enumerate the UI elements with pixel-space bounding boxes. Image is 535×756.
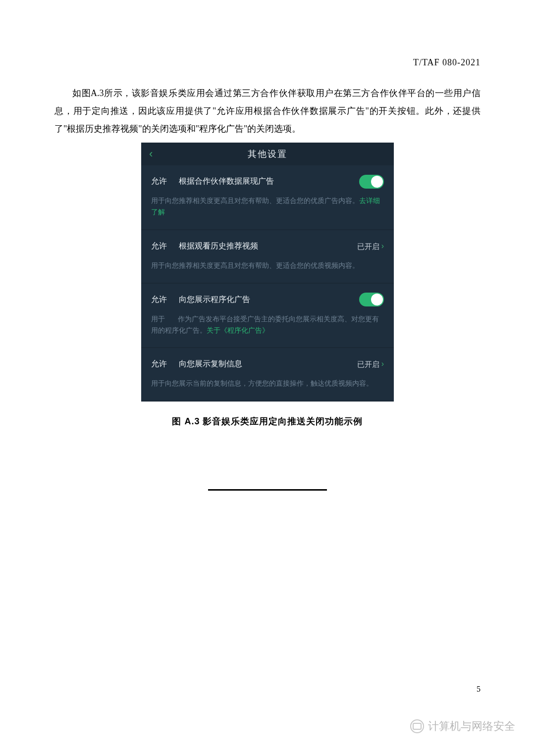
allow-label: 允许 [151, 239, 167, 253]
setting-row: 允许 根据合作伙伴数据展现广告 [151, 174, 384, 189]
setting-row[interactable]: 允许 向您展示复制信息 已开启 › [151, 357, 384, 371]
section-divider [208, 489, 327, 491]
screenshot-figure: ‹ 其他设置 允许 根据合作伙伴数据展现广告 用于向您推荐相关度更高且对您有帮助… [54, 143, 481, 402]
setting-item: 允许 根据观看历史推荐视频 已开启 › 用于向您推荐相关度更高且对您有帮助、更适… [141, 230, 394, 283]
setting-title: 向您展示复制信息 [179, 357, 242, 371]
toggle-knob [371, 176, 383, 188]
status-text: 已开启 › [357, 357, 384, 371]
status-text: 已开启 › [357, 239, 384, 253]
back-icon[interactable]: ‹ [149, 149, 154, 159]
desc-text: 用于向您展示当前的复制信息，方便您的直接操作，触达优质视频内容。 [151, 380, 373, 387]
setting-row: 允许 向您展示程序化广告 [151, 293, 384, 307]
toggle-knob [371, 294, 383, 305]
toggle-switch[interactable] [359, 175, 384, 189]
wechat-icon [410, 719, 424, 733]
setting-title: 根据合作伙伴数据展现广告 [179, 174, 274, 189]
desc-text: 用于向您推荐相关度更高且对您有帮助、更适合您的优质广告内容。 [151, 197, 359, 204]
setting-description: 用于向您推荐相关度更高且对您有帮助、更适合您的优质视频内容。 [151, 260, 384, 272]
allow-label: 允许 [151, 357, 167, 371]
phone-header: ‹ 其他设置 [141, 143, 394, 165]
allow-label: 允许 [151, 174, 167, 189]
chevron-right-icon: › [381, 239, 384, 253]
setting-description: 用于向您展示当前的复制信息，方便您的直接操作，触达优质视频内容。 [151, 378, 384, 390]
body-paragraph: 如图A.3所示，该影音娱乐类应用会通过第三方合作伙伴获取用户在第三方合作伙伴平台… [54, 84, 481, 138]
chevron-right-icon: › [381, 357, 384, 371]
phone-header-title: 其他设置 [248, 146, 287, 162]
document-code: T/TAF 080-2021 [54, 54, 481, 70]
desc-link[interactable]: 关于《程序化广告》 [207, 327, 269, 334]
setting-description: 用于向您推荐相关度更高且对您有帮助、更适合您的优质广告内容。去详细了解 [151, 196, 384, 218]
page-number: 5 [477, 682, 481, 697]
phone-ui: ‹ 其他设置 允许 根据合作伙伴数据展现广告 用于向您推荐相关度更高且对您有帮助… [141, 143, 394, 402]
setting-title: 根据观看历史推荐视频 [179, 239, 258, 253]
desc-prefix: 用于 [151, 315, 165, 323]
figure-caption: 图 A.3 影音娱乐类应用定向推送关闭功能示例 [54, 413, 481, 429]
setting-item: 允许 向您展示程序化广告 用于 作为广告发布平台接受广告主的委托向您展示相关度高… [141, 284, 394, 348]
status-label: 已开启 [357, 240, 379, 253]
setting-title: 向您展示程序化广告 [179, 293, 250, 307]
watermark-text: 计算机与网络安全 [428, 716, 515, 736]
watermark: 计算机与网络安全 [410, 716, 515, 736]
allow-label: 允许 [151, 293, 167, 307]
desc-text: 用于向您推荐相关度更高且对您有帮助、更适合您的优质视频内容。 [151, 262, 359, 269]
setting-item: 允许 根据合作伙伴数据展现广告 用于向您推荐相关度更高且对您有帮助、更适合您的优… [141, 165, 394, 229]
setting-row[interactable]: 允许 根据观看历史推荐视频 已开启 › [151, 239, 384, 253]
setting-description: 用于 作为广告发布平台接受广告主的委托向您展示相关度高、对您更有用的程序化广告。… [151, 314, 384, 337]
toggle-switch[interactable] [359, 293, 384, 306]
status-label: 已开启 [357, 357, 379, 371]
setting-item: 允许 向您展示复制信息 已开启 › 用于向您展示当前的复制信息，方便您的直接操作… [141, 348, 394, 401]
